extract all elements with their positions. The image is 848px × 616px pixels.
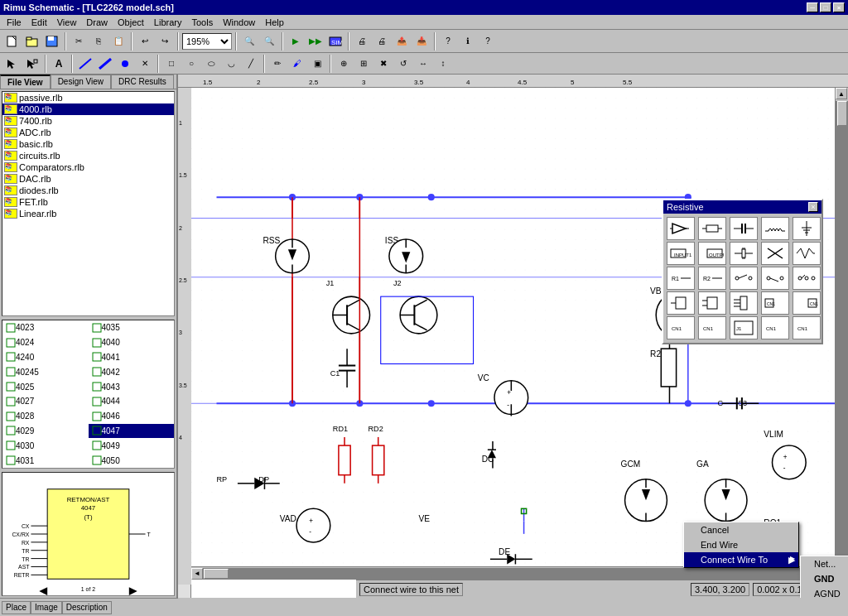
help-icon-btn[interactable]: ?	[439, 32, 457, 51]
res-item-xtal[interactable]	[730, 242, 758, 265]
tree-item-7400[interactable]: 📚 7400.rlb	[2, 115, 174, 127]
comp-4028[interactable]: 4028	[2, 409, 89, 424]
context-end-wire[interactable]: End Wire	[684, 537, 798, 552]
res-item-conn1[interactable]	[667, 291, 695, 315]
tab-file-view[interactable]: File View	[0, 75, 51, 89]
comp-4025[interactable]: 4025	[2, 379, 89, 394]
fill-tool[interactable]: ▣	[308, 55, 326, 73]
comp-4044[interactable]: 4044	[89, 394, 175, 409]
menu-library[interactable]: Library	[149, 15, 187, 30]
res-item-conn3[interactable]	[730, 291, 758, 315]
export-button[interactable]: 📤	[393, 32, 411, 51]
junction-tool[interactable]	[116, 55, 134, 73]
tree-item-adc[interactable]: 📚 ADC.rlb	[2, 127, 174, 138]
res-item-res[interactable]	[698, 217, 726, 240]
res-item-ind[interactable]	[761, 217, 789, 240]
res-item-buf[interactable]	[667, 217, 695, 240]
paste-button[interactable]: 📋	[109, 32, 128, 51]
copy-button[interactable]: ⎘	[89, 32, 108, 51]
res-item-cn1b[interactable]: CN1	[793, 291, 821, 315]
h-scroll-track[interactable]	[203, 568, 836, 580]
cut-button[interactable]: ✂	[70, 32, 88, 51]
comp-4050[interactable]: 4050	[89, 453, 175, 468]
comp-4049[interactable]: 4049	[89, 438, 175, 453]
comp-4029[interactable]: 4029	[2, 424, 89, 439]
zoom-out-button[interactable]: 🔍	[260, 32, 278, 51]
res-item-cn1a[interactable]: CN1	[761, 291, 789, 315]
res-item-ant[interactable]	[793, 217, 821, 240]
scroll-up-button[interactable]: ▲	[836, 88, 847, 99]
tree-item-passive[interactable]: 📚 passive.rlb	[2, 92, 174, 103]
print2-button[interactable]: 🖨	[373, 32, 391, 51]
v-scroll-track[interactable]	[836, 101, 848, 556]
comp-4035[interactable]: 4035	[89, 320, 175, 335]
comp-4023[interactable]: 4023	[2, 320, 89, 335]
comp-4240[interactable]: 4240	[2, 350, 89, 365]
comp-4030[interactable]: 4030	[2, 438, 89, 453]
wire-tool[interactable]	[76, 55, 94, 73]
comp-4042[interactable]: 4042	[89, 364, 175, 379]
res-item-out[interactable]: OUTPUT	[698, 242, 726, 265]
comp-4031[interactable]: 4031	[2, 453, 89, 468]
noconnect-tool[interactable]: ✕	[136, 55, 154, 73]
flip-tool[interactable]: ↔	[414, 55, 432, 73]
menu-tools[interactable]: Tools	[186, 15, 218, 30]
print-button[interactable]: 🖨	[353, 32, 371, 51]
rotate-tool[interactable]: ↺	[394, 55, 412, 73]
about-button[interactable]: ?	[479, 32, 497, 51]
tree-item-4000[interactable]: 📚 4000.rlb	[2, 103, 174, 115]
comp-4040[interactable]: 4040	[89, 335, 175, 350]
maximize-button[interactable]: □	[820, 2, 831, 12]
res-item-r1[interactable]: R1	[667, 267, 695, 290]
res-item-cn3b[interactable]: CN1	[793, 316, 821, 339]
tab-design-view[interactable]: Design View	[51, 75, 111, 89]
menu-view[interactable]: View	[52, 15, 82, 30]
tree-item-basic[interactable]: 📚 basic.rlb	[2, 138, 174, 150]
menu-object[interactable]: Object	[113, 15, 149, 30]
v-scroll-thumb[interactable]	[837, 101, 847, 126]
resistive-close-button[interactable]: ×	[808, 202, 818, 212]
description-button[interactable]: Description	[62, 601, 112, 614]
res-item-sw2[interactable]	[761, 267, 789, 290]
info-button[interactable]: ℹ	[459, 32, 477, 51]
comp-tool[interactable]: ⊕	[335, 55, 353, 73]
comp-4046[interactable]: 4046	[89, 409, 175, 424]
text-tool[interactable]: A	[50, 55, 68, 73]
comp-40245[interactable]: 40245	[2, 364, 89, 379]
line-tool[interactable]: ╱	[242, 55, 260, 73]
res-item-sw1[interactable]	[730, 267, 758, 290]
submenu-agnd[interactable]: AGND	[801, 586, 848, 598]
zoom-select[interactable]: 50% 75% 100% 150% 195% 200% 300%	[182, 33, 232, 50]
tree-item-linear[interactable]: 📚 Linear.rlb	[2, 208, 174, 219]
color-tool[interactable]: 🖌	[288, 55, 306, 73]
comp-4047[interactable]: 4047	[89, 424, 175, 439]
tab-drc-results[interactable]: DRC Results	[111, 75, 174, 89]
comp-4027[interactable]: 4027	[2, 394, 89, 409]
menu-file[interactable]: File	[2, 15, 26, 30]
res-item-zigzag[interactable]	[793, 242, 821, 265]
res-item-cn2b[interactable]: CN1	[698, 316, 726, 339]
res-item-xmark[interactable]	[761, 242, 789, 265]
menu-edit[interactable]: Edit	[26, 15, 52, 30]
zoom-in-button[interactable]: 🔍	[240, 32, 258, 51]
res-item-sw3[interactable]	[793, 267, 821, 290]
res-item-j1-sym[interactable]: J1	[730, 316, 758, 339]
res-item-cap[interactable]	[730, 217, 758, 240]
rect-tool[interactable]: □	[162, 55, 181, 73]
tree-item-diodes[interactable]: 📚 diodes.rlb	[2, 185, 174, 196]
schematic-area[interactable]: 1.5 2 2.5 3 3.5 4 4.5 5 5.5 1 1.5 2 2.5 …	[178, 75, 848, 598]
context-cancel[interactable]: Cancel	[684, 522, 798, 537]
close-button[interactable]: ×	[833, 2, 845, 12]
h-scroll-thumb[interactable]	[204, 569, 229, 579]
submenu-net[interactable]: Net...	[801, 556, 848, 571]
tree-item-fet[interactable]: 📚 FET.rlb	[2, 196, 174, 208]
scroll-left-button[interactable]: ◄	[191, 568, 203, 580]
open-button[interactable]	[23, 32, 41, 51]
tree-item-circuits[interactable]: 📚 circuits.rlb	[2, 150, 174, 161]
comp-4024[interactable]: 4024	[2, 335, 89, 350]
res-item-conn2[interactable]	[698, 291, 726, 315]
pencil-tool[interactable]: ✏	[268, 55, 287, 73]
pin-tool[interactable]: ⊞	[354, 55, 373, 73]
ellipse-tool[interactable]: ⬭	[202, 55, 220, 73]
res-item-cn3a[interactable]: CN1	[761, 316, 789, 339]
